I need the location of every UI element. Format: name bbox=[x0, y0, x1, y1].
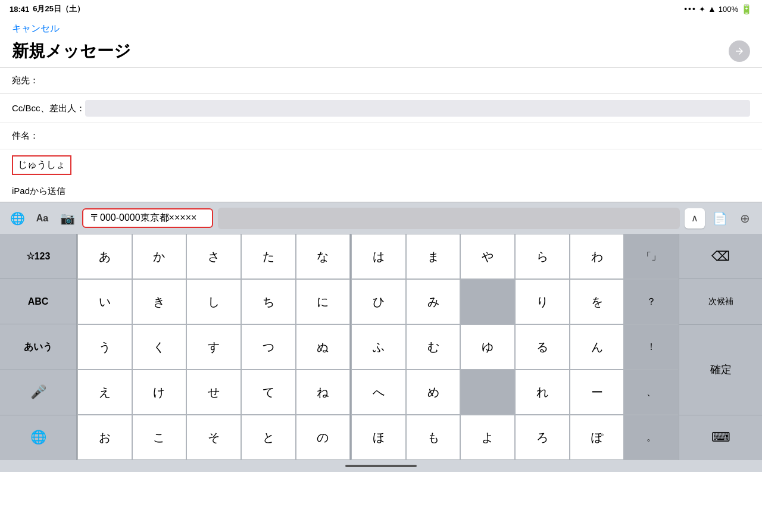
key-sa[interactable]: さ bbox=[186, 234, 241, 279]
key-yu[interactable]: ゆ bbox=[460, 324, 515, 370]
keyboard-right-keys: ⌫ 次候補 確定 ⌨ bbox=[679, 234, 762, 460]
send-icon bbox=[734, 46, 745, 57]
arrow-circle-btn[interactable]: ⊕ bbox=[735, 208, 755, 229]
key-ha[interactable]: は bbox=[351, 234, 406, 279]
suggestion-1[interactable]: 〒000-0000東京都××××× bbox=[82, 208, 213, 228]
home-bar bbox=[345, 465, 417, 467]
key-hi[interactable]: ひ bbox=[351, 279, 406, 324]
key-tsu[interactable]: つ bbox=[241, 324, 296, 370]
cancel-button[interactable]: キャンセル bbox=[12, 23, 60, 35]
key-aiueo[interactable]: あいう bbox=[0, 324, 77, 370]
key-touten[interactable]: 、 bbox=[624, 370, 679, 415]
key-wo[interactable]: を bbox=[570, 279, 624, 324]
key-mu[interactable]: む bbox=[406, 324, 461, 370]
key-chouon[interactable]: ー bbox=[570, 370, 624, 415]
key-exclaim[interactable]: ！ bbox=[624, 324, 679, 370]
key-ni[interactable]: に bbox=[296, 279, 351, 324]
key-kuten[interactable]: 。 bbox=[624, 415, 679, 460]
keyboard-row-2: い き し ち に ひ み り を ？ bbox=[77, 279, 679, 324]
compose-header: キャンセル bbox=[0, 18, 762, 37]
chevron-up-btn[interactable]: ∧ bbox=[685, 208, 705, 229]
key-ho[interactable]: ほ bbox=[351, 415, 406, 460]
battery-label: 100% bbox=[719, 5, 738, 14]
key-confirm[interactable]: 確定 bbox=[679, 325, 762, 415]
key-globe[interactable]: 🌐 bbox=[0, 415, 77, 460]
status-bar: 18:41 6月25日（土） ••• ✦ ▲ 100% 🔋 bbox=[0, 0, 762, 18]
key-wa[interactable]: わ bbox=[570, 234, 624, 279]
body-text-cursor[interactable]: じゅうしょ bbox=[12, 155, 71, 175]
key-ya2[interactable] bbox=[460, 279, 515, 324]
key-ki[interactable]: き bbox=[132, 279, 187, 324]
key-na[interactable]: な bbox=[296, 234, 351, 279]
key-question[interactable]: ？ bbox=[624, 279, 679, 324]
from-input-bg[interactable] bbox=[85, 100, 750, 117]
key-mo[interactable]: も bbox=[406, 415, 461, 460]
key-chi[interactable]: ち bbox=[241, 279, 296, 324]
key-te[interactable]: て bbox=[241, 370, 296, 415]
signature-row: iPadから送信 bbox=[0, 181, 762, 202]
key-a[interactable]: あ bbox=[77, 234, 132, 279]
to-field-row: 宛先： bbox=[0, 67, 762, 93]
key-next-candidate[interactable]: 次候補 bbox=[679, 279, 762, 324]
key-mi[interactable]: み bbox=[406, 279, 461, 324]
key-ko[interactable]: こ bbox=[132, 415, 187, 460]
subject-field-row: 件名： bbox=[0, 123, 762, 149]
keyboard-main: あ か さ た な は ま や ら わ 「」 い き し ち に ひ み り を… bbox=[77, 234, 679, 460]
to-input[interactable] bbox=[60, 76, 750, 86]
toolbar-right: 📄 ⊕ bbox=[710, 208, 755, 229]
key-yo[interactable]: よ bbox=[460, 415, 515, 460]
key-me[interactable]: め bbox=[406, 370, 461, 415]
key-so[interactable]: そ bbox=[186, 415, 241, 460]
wifi-icon: ▲ bbox=[708, 4, 716, 14]
key-backspace[interactable]: ⌫ bbox=[679, 234, 762, 279]
emoji-icon-btn[interactable]: 🌐 bbox=[7, 208, 27, 229]
key-ta[interactable]: た bbox=[241, 234, 296, 279]
key-no[interactable]: の bbox=[296, 415, 351, 460]
key-ma[interactable]: ま bbox=[406, 234, 461, 279]
key-ya[interactable]: や bbox=[460, 234, 515, 279]
key-ku[interactable]: く bbox=[132, 324, 187, 370]
key-nu[interactable]: ぬ bbox=[296, 324, 351, 370]
key-abc[interactable]: ABC bbox=[0, 279, 77, 324]
key-su[interactable]: す bbox=[186, 324, 241, 370]
key-ka[interactable]: か bbox=[132, 234, 187, 279]
key-e[interactable]: え bbox=[77, 370, 132, 415]
key-fu[interactable]: ふ bbox=[351, 324, 406, 370]
document-icon-btn[interactable]: 📄 bbox=[710, 208, 730, 229]
key-shi[interactable]: し bbox=[186, 279, 241, 324]
status-time: 18:41 bbox=[10, 5, 29, 14]
key-se[interactable]: せ bbox=[186, 370, 241, 415]
signal-icon: ✦ bbox=[699, 5, 705, 14]
dots-icon: ••• bbox=[684, 4, 697, 14]
ccbcc-label: Cc/Bcc、差出人： bbox=[12, 103, 85, 114]
key-o[interactable]: お bbox=[77, 415, 132, 460]
key-re[interactable]: れ bbox=[515, 370, 570, 415]
keyboard-toolbar: 🌐 Aa 📷 〒000-0000東京都××××× ∧ 📄 ⊕ bbox=[0, 202, 762, 234]
compose-title: 新規メッセージ bbox=[12, 40, 131, 62]
key-ru[interactable]: る bbox=[515, 324, 570, 370]
key-keyboard[interactable]: ⌨ bbox=[679, 415, 762, 460]
key-ri[interactable]: り bbox=[515, 279, 570, 324]
key-u[interactable]: う bbox=[77, 324, 132, 370]
key-mic[interactable]: 🎤 bbox=[0, 370, 77, 415]
key-empty-e[interactable] bbox=[460, 370, 515, 415]
text-format-btn[interactable]: Aa bbox=[32, 208, 52, 229]
status-date: 6月25日（土） bbox=[33, 4, 85, 14]
chevron-up-icon: ∧ bbox=[691, 212, 698, 224]
key-he[interactable]: へ bbox=[351, 370, 406, 415]
subject-input[interactable] bbox=[60, 131, 750, 141]
key-ra[interactable]: ら bbox=[515, 234, 570, 279]
suggestion-2[interactable] bbox=[218, 208, 680, 229]
key-i[interactable]: い bbox=[77, 279, 132, 324]
key-kagi[interactable]: 「」 bbox=[624, 234, 679, 279]
key-nn[interactable]: ん bbox=[570, 324, 624, 370]
key-123[interactable]: ☆123 bbox=[0, 234, 77, 279]
key-po[interactable]: ぽ bbox=[570, 415, 624, 460]
key-ke[interactable]: け bbox=[132, 370, 187, 415]
key-ne[interactable]: ね bbox=[296, 370, 351, 415]
camera-btn[interactable]: 📷 bbox=[57, 208, 77, 229]
body-area: じゅうしょ bbox=[0, 149, 762, 181]
send-button[interactable] bbox=[729, 40, 750, 62]
key-ro[interactable]: ろ bbox=[515, 415, 570, 460]
key-to[interactable]: と bbox=[241, 415, 296, 460]
